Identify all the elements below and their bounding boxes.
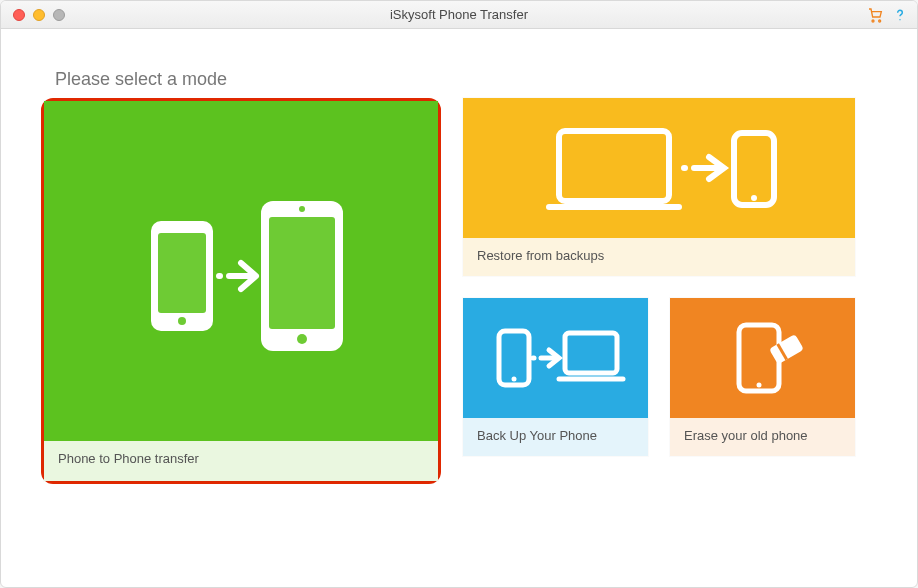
help-icon[interactable] <box>893 7 907 23</box>
titlebar: iSkysoft Phone Transfer <box>1 1 917 29</box>
svg-point-5 <box>178 317 186 325</box>
mode-backup-label: Back Up Your Phone <box>463 418 648 456</box>
svg-point-1 <box>879 20 881 22</box>
window-title: iSkysoft Phone Transfer <box>1 7 917 22</box>
mode-grid: Phone to Phone transfer <box>41 98 877 484</box>
svg-rect-14 <box>734 133 774 205</box>
mode-prompt: Please select a mode <box>55 69 877 90</box>
cart-icon[interactable] <box>867 7 883 23</box>
svg-rect-26 <box>769 334 804 365</box>
svg-point-8 <box>299 206 305 212</box>
svg-point-15 <box>751 195 757 201</box>
svg-point-25 <box>756 383 761 388</box>
mode-erase-label: Erase your old phone <box>670 418 855 456</box>
erase-icon <box>670 298 855 418</box>
mode-backup[interactable]: Back Up Your Phone <box>463 298 648 456</box>
restore-icon <box>463 98 855 238</box>
svg-rect-12 <box>559 131 669 201</box>
svg-point-9 <box>297 334 307 344</box>
svg-rect-4 <box>158 233 206 313</box>
app-window: iSkysoft Phone Transfer Please select a … <box>0 0 918 588</box>
svg-rect-22 <box>565 333 617 373</box>
backup-icon <box>463 298 648 418</box>
mode-erase[interactable]: Erase your old phone <box>670 298 855 456</box>
svg-rect-24 <box>739 325 779 391</box>
svg-point-2 <box>899 19 900 20</box>
svg-point-0 <box>872 20 874 22</box>
highlight-outline: Phone to Phone transfer <box>41 98 441 484</box>
phone-to-phone-icon <box>44 101 438 441</box>
svg-point-19 <box>511 377 516 382</box>
content-area: Please select a mode <box>1 29 917 514</box>
svg-rect-7 <box>269 217 335 329</box>
mode-restore[interactable]: Restore from backups <box>463 98 855 276</box>
mode-phone-to-phone-label: Phone to Phone transfer <box>44 441 438 481</box>
mode-restore-label: Restore from backups <box>463 238 855 276</box>
mode-phone-to-phone[interactable]: Phone to Phone transfer <box>44 101 438 481</box>
